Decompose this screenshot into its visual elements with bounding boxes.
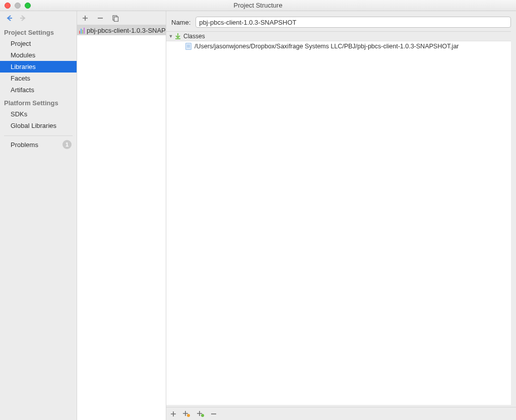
library-detail-panel: Name: ▼ Classes /Users/jasonwjones/Dropb… [166,11,516,420]
sidebar-item-libraries[interactable]: Libraries [0,61,77,73]
add-library-button[interactable] [81,14,89,22]
library-list: pbj-pbcs-client-1.0.3-SNAPSHOT [77,25,166,420]
remove-library-button[interactable] [96,14,104,22]
file-icon [185,43,191,50]
name-label: Name: [171,19,190,26]
zoom-window-button[interactable] [25,3,31,9]
close-window-button[interactable] [5,3,11,9]
window-title: Project Structure [0,2,516,9]
library-name-input[interactable] [196,17,511,28]
forward-button [18,14,27,23]
tree-item-jar[interactable]: /Users/jasonwjones/Dropbox/Saxifrage Sys… [166,41,511,51]
titlebar: Project Structure [0,0,516,11]
library-list-panel: pbj-pbcs-client-1.0.3-SNAPSHOT [77,11,166,420]
tree-group-label: Classes [183,33,205,40]
library-contents-tree: ▼ Classes /Users/jasonwjones/Dropbox/Sax… [166,31,511,405]
library-icon [79,27,85,34]
window-controls [5,3,31,9]
back-button[interactable] [5,14,14,23]
library-contents-toolbar [166,407,516,420]
sidebar-item-problems[interactable]: Problems 1 [0,138,77,151]
library-list-toolbar [77,11,166,25]
tree-group-classes[interactable]: ▼ Classes [166,32,511,41]
section-header-project-settings: Project Settings [0,25,77,38]
sidebar-separator [4,135,73,136]
problems-count-badge: 1 [62,140,72,149]
sidebar-item-sdks[interactable]: SDKs [0,108,77,120]
svg-point-2 [187,414,190,417]
svg-point-3 [201,414,204,417]
sidebar-item-facets[interactable]: Facets [0,73,77,84]
sidebar-item-modules[interactable]: Modules [0,49,77,61]
add-root-button[interactable] [170,411,176,417]
svg-rect-1 [114,17,118,21]
name-row: Name: [166,11,516,31]
disclosure-triangle-icon[interactable]: ▼ [168,34,173,39]
add-new-button[interactable] [182,410,190,417]
sidebar-item-project[interactable]: Project [0,38,77,49]
specify-docs-button[interactable] [197,410,205,417]
classes-folder-icon [174,33,181,40]
left-sidebar: Project Settings Project Modules Librari… [0,11,77,420]
library-list-item[interactable]: pbj-pbcs-client-1.0.3-SNAPSHOT [77,25,166,35]
sidebar-nav-toolbar [0,11,77,25]
section-header-platform-settings: Platform Settings [0,96,77,108]
problems-label: Problems [11,141,38,149]
library-list-item-label: pbj-pbcs-client-1.0.3-SNAPSHOT [87,27,166,34]
minimize-window-button [15,3,21,9]
tree-item-path: /Users/jasonwjones/Dropbox/Saxifrage Sys… [195,43,459,50]
remove-root-button[interactable] [211,411,217,417]
sidebar-item-global-libraries[interactable]: Global Libraries [0,120,77,131]
copy-library-button[interactable] [111,14,119,22]
sidebar-item-artifacts[interactable]: Artifacts [0,84,77,96]
